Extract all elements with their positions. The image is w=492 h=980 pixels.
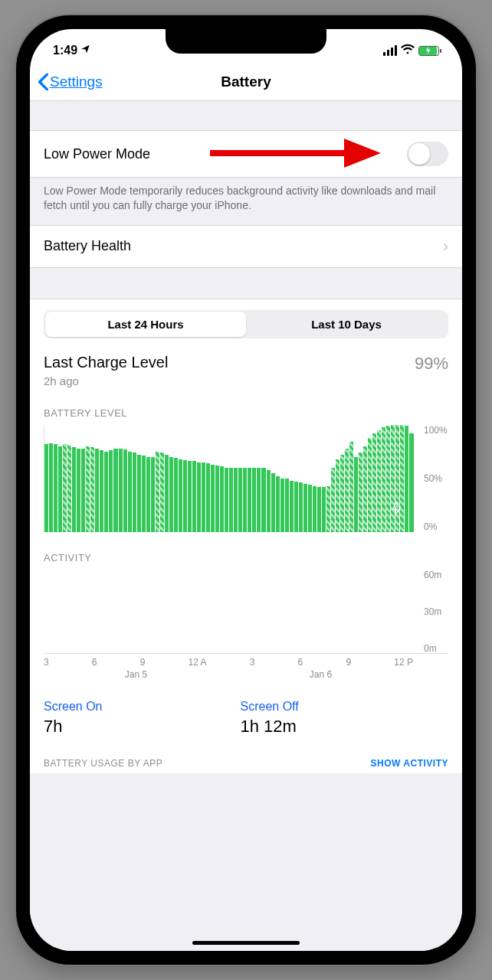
battery-health-label: Battery Health (44, 238, 131, 254)
location-arrow-icon (80, 44, 91, 57)
tab-last-24-hours[interactable]: Last 24 Hours (45, 312, 246, 337)
tab-last-10-days[interactable]: Last 10 Days (246, 312, 447, 337)
activity-chart: 60m 30m 0m (44, 570, 448, 654)
content-area: Low Power Mode Low Power Mode temporaril… (30, 101, 462, 951)
screen-off-label: Screen Off (240, 700, 298, 714)
battery-level-chart: 100% 50% 0% (44, 425, 448, 532)
back-button[interactable]: Settings (38, 74, 103, 90)
status-time: 1:49 (53, 44, 77, 57)
lpm-toggle[interactable] (407, 142, 448, 166)
screen-on-label: Screen On (44, 700, 102, 714)
battery-level-label: BATTERY LEVEL (44, 407, 448, 419)
show-activity-button[interactable]: SHOW ACTIVITY (371, 758, 448, 769)
last-charge-pct: 99% (415, 354, 448, 374)
activity-label: ACTIVITY (44, 552, 448, 564)
usage-by-app-label: BATTERY USAGE BY APP (44, 758, 162, 769)
footer-row: BATTERY USAGE BY APP SHOW ACTIVITY (44, 758, 448, 773)
battery-health-row[interactable]: Battery Health › (30, 225, 462, 268)
chevron-left-icon (38, 74, 48, 90)
charging-bolt-icon (392, 501, 402, 515)
legend: Screen On 7h Screen Off 1h 12m (44, 700, 448, 737)
low-power-mode-row: Low Power Mode (30, 130, 462, 178)
x-axis-days: Jan 5Jan 6 (44, 669, 448, 680)
time-range-segmented-control: Last 24 Hours Last 10 Days (44, 310, 448, 338)
svg-marker-1 (344, 139, 381, 168)
chevron-right-icon: › (443, 237, 448, 256)
battery-icon (418, 46, 439, 56)
home-indicator[interactable] (192, 941, 300, 945)
annotation-arrow (206, 134, 382, 172)
lpm-label: Low Power Mode (44, 146, 150, 162)
nav-bar: Settings Battery (30, 63, 462, 101)
last-charge-title: Last Charge Level (44, 354, 168, 371)
last-charge-sub: 2h ago (44, 374, 168, 387)
cell-signal-icon (383, 45, 397, 56)
screen-on-value: 7h (44, 717, 102, 737)
lpm-description: Low Power Mode temporarily reduces backg… (30, 178, 462, 225)
last-charge-row: Last Charge Level 2h ago 99% (44, 354, 448, 387)
screen-off-value: 1h 12m (240, 717, 298, 737)
x-axis-hours: 36912 A36912 P (44, 657, 448, 668)
wifi-icon (401, 44, 415, 57)
